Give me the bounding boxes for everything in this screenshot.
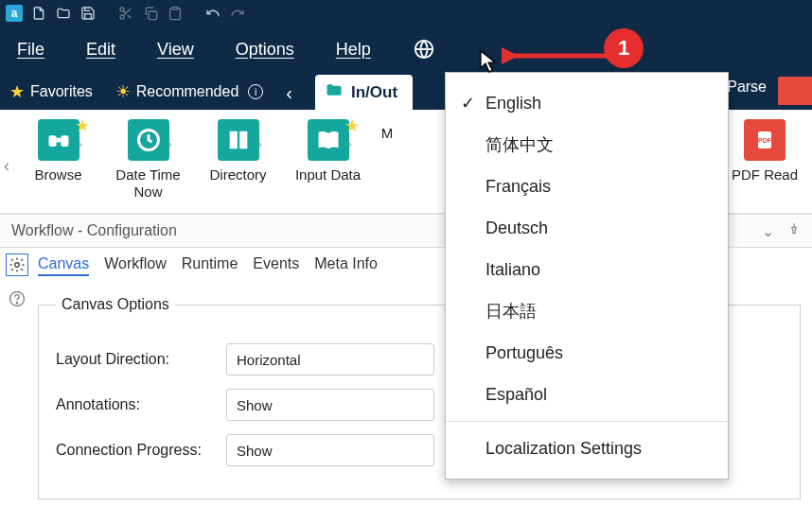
star-icon: ★ — [9, 81, 25, 102]
menu-edit[interactable]: Edit — [86, 40, 115, 60]
undo-icon[interactable] — [204, 5, 221, 22]
tool-partial[interactable]: M — [373, 119, 401, 142]
menu-help[interactable]: Help — [336, 40, 371, 60]
svg-rect-2 — [149, 11, 157, 20]
svg-rect-3 — [172, 7, 177, 9]
lang-item-portuguese[interactable]: Português — [446, 332, 728, 374]
star-icon: ★ — [75, 115, 90, 136]
open-icon[interactable] — [55, 5, 72, 22]
tool-datetime[interactable]: › Date Time Now — [103, 119, 193, 201]
new-file-icon[interactable] — [30, 5, 47, 22]
lang-item-french[interactable]: Français — [446, 166, 728, 207]
svg-rect-7 — [56, 138, 61, 143]
recommended-label: Recommended — [136, 83, 239, 100]
svg-text:PDF: PDF — [758, 137, 772, 144]
connection-progress-select[interactable]: Show — [226, 434, 434, 466]
outport-icon: › — [347, 136, 352, 151]
favorites-tab[interactable]: ★ Favorites — [9, 81, 93, 110]
ribbon-prev-icon[interactable]: ‹ — [286, 82, 292, 110]
menu-bar: File Edit View Options Help — [0, 26, 812, 72]
lang-item-spanish[interactable]: Español — [446, 374, 728, 415]
config-title: Workflow - Configuration — [11, 222, 177, 239]
info-icon: i — [248, 84, 263, 99]
step-badge-1: 1 — [604, 28, 644, 68]
tool-browse[interactable]: ★ › Browse — [13, 119, 103, 183]
paste-icon[interactable] — [167, 5, 184, 22]
copy-icon[interactable] — [142, 5, 159, 22]
recommended-tab[interactable]: ☀ Recommended i — [115, 81, 264, 110]
menu-file[interactable]: File — [17, 40, 44, 60]
book-icon — [218, 119, 259, 161]
svg-point-1 — [120, 15, 124, 19]
app-icon: a — [6, 5, 23, 22]
gear-icon[interactable] — [6, 253, 28, 276]
language-menu: ✓English 简体中文 Français Deutsch Italiano … — [445, 72, 729, 480]
save-icon[interactable] — [79, 5, 97, 22]
svg-point-11 — [15, 263, 20, 268]
lang-item-german[interactable]: Deutsch — [446, 207, 728, 249]
menu-options[interactable]: Options — [236, 40, 294, 60]
outport-icon: › — [257, 136, 262, 151]
clock-icon — [128, 119, 169, 161]
tool-pdf-read-label: PDF Read — [732, 166, 798, 183]
svg-rect-5 — [48, 135, 56, 147]
tab-events[interactable]: Events — [253, 255, 299, 276]
tab-canvas[interactable]: Canvas — [38, 255, 89, 276]
redo-icon[interactable] — [229, 5, 246, 22]
favorites-label: Favorites — [30, 83, 93, 100]
language-icon[interactable] — [413, 38, 435, 61]
layout-direction-label: Layout Direction: — [56, 351, 226, 368]
cut-icon[interactable] — [117, 5, 134, 22]
tool-pdf-read[interactable]: PDF PDF Read — [727, 119, 803, 183]
palette-prev-icon[interactable]: ‹ — [0, 156, 13, 176]
annotations-label: Annotations: — [56, 396, 226, 413]
tool-input-data-label: Input Data — [295, 166, 361, 183]
canvas-options-legend: Canvas Options — [56, 296, 175, 313]
check-icon: ✓ — [461, 93, 485, 114]
star-icon: ★ — [344, 115, 360, 136]
lang-item-english[interactable]: ✓English — [446, 82, 728, 124]
tool-datetime-label: Date Time Now — [103, 166, 193, 201]
title-bar: a — [0, 0, 812, 26]
tab-meta-info[interactable]: Meta Info — [314, 255, 378, 276]
pin-icon[interactable] — [787, 222, 801, 239]
layout-direction-select[interactable]: Horizontal — [226, 343, 434, 376]
lang-item-chinese[interactable]: 简体中文 — [446, 124, 728, 166]
pdf-icon: PDF — [744, 119, 786, 161]
lang-item-japanese[interactable]: 日本語 — [446, 290, 728, 332]
svg-rect-6 — [61, 135, 68, 147]
menu-view[interactable]: View — [157, 40, 194, 60]
cursor-icon — [479, 49, 498, 78]
lang-item-settings[interactable]: Localization Settings — [446, 428, 728, 469]
svg-point-13 — [16, 303, 17, 304]
svg-point-0 — [120, 8, 124, 11]
annotations-select[interactable]: Show — [226, 389, 434, 421]
tab-in-out-label: In/Out — [351, 83, 397, 102]
tab-runtime[interactable]: Runtime — [182, 255, 238, 276]
connection-progress-label: Connection Progress: — [56, 442, 226, 459]
tool-directory-label: Directory — [209, 166, 266, 183]
help-icon[interactable] — [6, 288, 28, 310]
tool-browse-label: Browse — [34, 166, 81, 183]
ribbon-red-tab[interactable] — [778, 77, 812, 105]
tool-directory[interactable]: › Directory — [193, 119, 283, 183]
binoculars-icon — [38, 119, 79, 161]
tab-workflow[interactable]: Workflow — [104, 255, 167, 276]
tool-input-data[interactable]: ★ › Input Data — [283, 119, 373, 183]
open-book-icon — [308, 119, 349, 161]
lightbulb-icon: ☀ — [115, 81, 131, 102]
tool-partial-label: M — [381, 125, 394, 142]
outport-icon: › — [78, 136, 82, 151]
menu-separator — [446, 421, 728, 422]
config-sidebar — [0, 248, 34, 518]
chevron-down-icon[interactable]: ⌄ — [762, 222, 774, 240]
parse-tab[interactable]: Parse — [723, 79, 778, 103]
lang-item-italian[interactable]: Italiano — [446, 249, 728, 290]
tab-in-out[interactable]: In/Out — [315, 75, 413, 110]
folder-icon — [325, 80, 344, 104]
outport-icon: › — [168, 136, 172, 151]
